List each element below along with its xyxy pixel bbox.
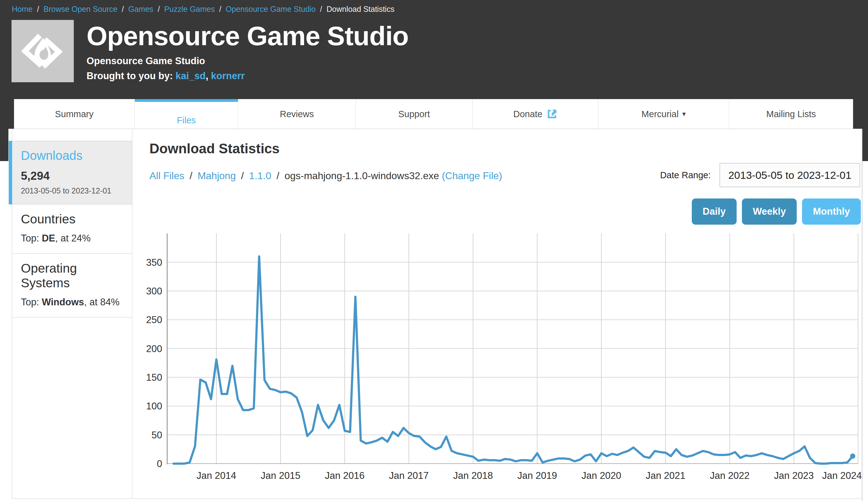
svg-text:100: 100 (146, 401, 162, 412)
svg-text:0: 0 (157, 458, 162, 469)
downloads-date-range: 2013-05-05 to 2023-12-01 (21, 186, 124, 195)
countries-top-suffix: , at 24% (55, 233, 91, 244)
tab-reviews[interactable]: Reviews (238, 99, 356, 129)
downloads-line-chart: 050100150200250300350Jan 2014Jan 2015Jan… (143, 232, 862, 486)
tab-label: Summary (55, 109, 94, 119)
file-path-link-all-files[interactable]: All Files (150, 170, 184, 181)
os-label: Operating Systems (21, 261, 124, 290)
author-links: kai_sd, kornerr (176, 71, 245, 81)
project-logo (12, 20, 74, 82)
panel-bottom-rule (12, 499, 862, 499)
countries-top-value: DE (42, 233, 55, 244)
date-range-input[interactable] (719, 163, 860, 187)
breadcrumb-item-games[interactable]: Games (128, 5, 153, 13)
breadcrumb-separator: / (215, 5, 226, 13)
change-file-link[interactable]: (Change File) (442, 170, 502, 181)
date-range-label: Date Range: (660, 170, 711, 180)
stats-heading: Download Statistics (150, 141, 279, 157)
countries-top-prefix: Top: (21, 233, 42, 244)
file-path-link-1-1-0[interactable]: 1.1.0 (249, 170, 271, 181)
tab-mailing-lists[interactable]: Mailing Lists (729, 99, 853, 129)
breadcrumb-separator: / (153, 5, 164, 13)
sidebar-item-downloads[interactable]: Downloads 5,294 2013-05-05 to 2023-12-01 (12, 141, 132, 204)
svg-text:Jan 2019: Jan 2019 (517, 470, 557, 481)
period-buttons: DailyWeeklyMonthly (692, 199, 861, 225)
x-axis-labels: Jan 2014Jan 2015Jan 2016Jan 2017Jan 2018… (196, 470, 862, 481)
tab-label: Mailing Lists (766, 109, 816, 119)
file-breadcrumb: All Files / Mahjong / 1.1.0 / ogs-mahjon… (150, 170, 502, 182)
breadcrumb-item-opensource-game-studio[interactable]: Opensource Game Studio (226, 5, 316, 13)
tab-support[interactable]: Support (356, 99, 473, 129)
svg-text:Jan 2021: Jan 2021 (646, 470, 685, 481)
svg-text:Jan 2024: Jan 2024 (822, 470, 862, 481)
file-path-current-file: ogs-mahjong-1.1.0-windows32.exe (285, 170, 439, 181)
breadcrumb: Home / Browse Open Source / Games / Puzz… (12, 4, 394, 14)
author-link-kornerr[interactable]: kornerr (211, 71, 245, 81)
tab-donate[interactable]: Donate (473, 99, 598, 129)
brought-to-you-by: Brought to you by: kai_sd, kornerr (87, 71, 245, 82)
tab-label: Reviews (280, 109, 314, 119)
sidebar-item-countries[interactable]: Countries Top: DE, at 24% (12, 204, 132, 254)
breadcrumb-separator: / (117, 5, 128, 13)
y-axis-labels: 050100150200250300350 (146, 257, 162, 469)
tab-label: Mercurial (641, 109, 678, 119)
countries-top: Top: DE, at 24% (21, 233, 124, 244)
main-panel: Downloads 5,294 2013-05-05 to 2023-12-01… (8, 129, 862, 501)
svg-text:Jan 2023: Jan 2023 (774, 470, 814, 481)
os-top-suffix: , at 84% (84, 297, 120, 308)
date-range-control: Date Range: (660, 163, 860, 187)
breadcrumb-separator: / (316, 5, 327, 13)
svg-text:200: 200 (146, 343, 162, 354)
file-path-separator: / (184, 170, 198, 181)
tab-label: Support (398, 109, 430, 119)
svg-text:50: 50 (152, 430, 162, 440)
downloads-line-series (174, 256, 853, 463)
author-separator: , (206, 71, 211, 81)
downloads-label: Downloads (21, 149, 124, 163)
stats-sidebar: Downloads 5,294 2013-05-05 to 2023-12-01… (12, 129, 132, 499)
sidebar-item-operating-systems[interactable]: Operating Systems Top: Windows, at 84% (12, 254, 132, 318)
file-path-separator: / (271, 170, 285, 181)
caret-down-icon: ▾ (682, 110, 686, 117)
file-path-separator: / (236, 170, 249, 181)
external-link-icon (547, 109, 557, 119)
svg-text:150: 150 (146, 372, 162, 383)
author-link-kai_sd[interactable]: kai_sd (176, 71, 206, 81)
svg-text:Jan 2018: Jan 2018 (453, 470, 493, 481)
os-top-value: Windows (42, 297, 84, 308)
monthly-button[interactable]: Monthly (802, 199, 861, 225)
countries-label: Countries (21, 212, 124, 226)
active-accent-bar (9, 141, 12, 204)
downloads-total: 5,294 (21, 170, 124, 183)
project-nav-tabs: SummaryFilesReviewsSupportDonateMercuria… (14, 99, 853, 129)
os-top: Top: Windows, at 84% (21, 297, 124, 308)
svg-text:300: 300 (146, 286, 162, 297)
svg-text:Jan 2017: Jan 2017 (389, 470, 429, 481)
last-data-point-dot (850, 453, 855, 459)
weekly-button[interactable]: Weekly (742, 199, 797, 225)
svg-text:Jan 2015: Jan 2015 (261, 470, 300, 481)
page-title: Opensource Game Studio (87, 21, 408, 51)
tab-mercurial[interactable]: Mercurial▾ (598, 99, 729, 129)
svg-text:Jan 2014: Jan 2014 (196, 470, 236, 481)
file-path-link-mahjong[interactable]: Mahjong (198, 170, 236, 181)
downloads-chart: 050100150200250300350Jan 2014Jan 2015Jan… (143, 232, 862, 486)
tab-label: Donate (513, 109, 543, 119)
downloads-line-group (174, 256, 856, 463)
svg-text:Jan 2016: Jan 2016 (325, 470, 365, 481)
breadcrumb-item-puzzle-games[interactable]: Puzzle Games (164, 5, 215, 13)
breadcrumb-item-download-statistics: Download Statistics (327, 5, 394, 13)
tab-label: Files (177, 115, 196, 126)
breadcrumb-item-browse-open-source[interactable]: Browse Open Source (44, 5, 118, 13)
breadcrumb-separator: / (33, 5, 44, 13)
daily-button[interactable]: Daily (692, 199, 737, 225)
project-subtitle: Opensource Game Studio (87, 55, 205, 67)
svg-text:Jan 2020: Jan 2020 (582, 470, 622, 481)
breadcrumb-item-home[interactable]: Home (12, 5, 33, 13)
y-gridlines (167, 262, 858, 463)
svg-text:Jan 2022: Jan 2022 (710, 470, 750, 481)
flame-brackets-logo-icon (12, 20, 74, 82)
svg-text:250: 250 (146, 315, 162, 325)
os-top-prefix: Top: (21, 297, 42, 308)
tab-summary[interactable]: Summary (14, 99, 135, 129)
